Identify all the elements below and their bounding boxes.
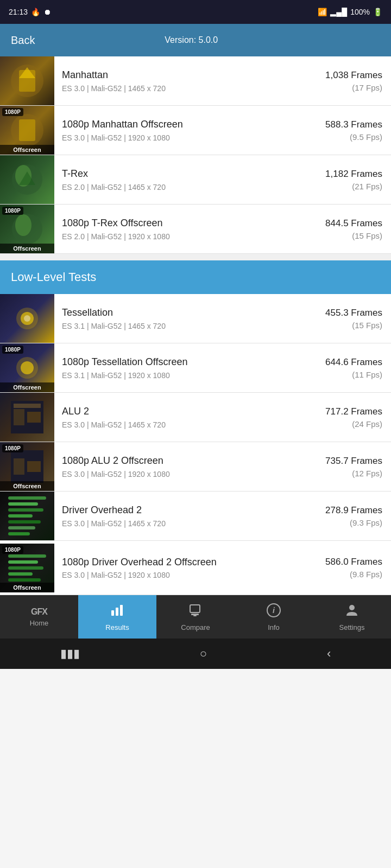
list-item[interactable]: 1080P Offscreen 1080p Manhattan Offscree… — [0, 106, 391, 155]
badge-1080p: 1080P — [2, 444, 23, 452]
bench-score: 735.7 Frames (12 Fps) — [304, 450, 391, 483]
low-level-list: Tessellation ES 3.1 | Mali-G52 | 1465 x … — [0, 294, 391, 595]
status-left: 21:13 🔥 ⏺ — [9, 8, 51, 16]
bench-info: 1080p Tessellation Offscreen ES 3.1 | Ma… — [54, 350, 304, 385]
bench-name: Driver Overhead 2 — [62, 504, 297, 516]
back-nav-button[interactable]: ‹ — [327, 647, 331, 661]
bench-name: 1080p Driver Overhead 2 Offscreen — [62, 556, 297, 569]
driver-bars-graphic — [3, 549, 52, 587]
list-item[interactable]: 1080P Offscreen 1080p T-Rex Offscreen ES… — [0, 205, 391, 254]
offscreen-badge: Offscreen — [0, 244, 54, 253]
nav-home[interactable]: GFX Home — [0, 595, 78, 639]
bench-score: 455.3 Frames (15 Fps) — [304, 302, 391, 335]
home-button[interactable]: ○ — [200, 647, 207, 661]
nav-settings[interactable]: Settings — [313, 595, 391, 639]
bench-sub: ES 3.0 | Mali-G52 | 1465 x 720 — [62, 420, 297, 429]
results-icon — [110, 603, 125, 621]
list-item[interactable]: 1080P Offscreen 1080p Driver Overhead 2 … — [0, 541, 391, 595]
nav-compare[interactable]: Compare — [156, 595, 235, 639]
bench-frames: 1,182 Frames — [313, 169, 382, 180]
bench-score: 588.3 Frames (9.5 Fps) — [304, 114, 391, 147]
bench-frames: 735.7 Frames — [313, 456, 382, 467]
bench-fps: (9.5 Fps) — [313, 132, 382, 142]
bench-thumbnail — [0, 155, 54, 204]
bench-fps: (12 Fps) — [313, 469, 382, 478]
bench-name: Manhattan — [62, 69, 297, 81]
bench-sub: ES 2.0 | Mali-G52 | 1920 x 1080 — [62, 232, 297, 241]
bench-sub: ES 3.1 | Mali-G52 | 1920 x 1080 — [62, 371, 297, 380]
list-item[interactable]: Tessellation ES 3.1 | Mali-G52 | 1465 x … — [0, 294, 391, 343]
bench-thumbnail: 1080P Offscreen — [0, 205, 54, 253]
svg-text:i: i — [273, 606, 275, 615]
bench-score: 717.2 Frames (24 Fps) — [304, 401, 391, 434]
svg-rect-27 — [193, 615, 197, 616]
bench-score: 644.6 Frames (11 Fps) — [304, 352, 391, 385]
driver-bars-graphic — [3, 492, 52, 540]
fire-icon: 🔥 — [31, 8, 40, 16]
offscreen-badge: Offscreen — [0, 583, 54, 592]
bench-score: 278.9 Frames (9.3 Fps) — [304, 500, 391, 533]
bench-sub: ES 3.0 | Mali-G52 | 1920 x 1080 — [62, 571, 297, 579]
nav-info-label: Info — [268, 623, 280, 631]
bench-info: Driver Overhead 2 ES 3.0 | Mali-G52 | 14… — [54, 499, 304, 533]
list-item[interactable]: T-Rex ES 2.0 | Mali-G52 | 1465 x 720 1,1… — [0, 155, 391, 205]
bench-info: Tessellation ES 3.1 | Mali-G52 | 1465 x … — [54, 301, 304, 335]
recent-apps-button[interactable]: ▮▮▮ — [60, 647, 80, 661]
bench-score: 586.0 Frames (9.8 Fps) — [304, 551, 391, 584]
gfx-logo: GFX — [31, 607, 47, 617]
bench-frames: 455.3 Frames — [313, 308, 382, 318]
bench-score: 844.5 Frames (15 Fps) — [304, 213, 391, 246]
time: 21:13 — [9, 8, 28, 16]
bench-info: 1080p Driver Overhead 2 Offscreen ES 3.0… — [54, 551, 304, 585]
nav-info[interactable]: i Info — [235, 595, 313, 639]
section-spacer — [0, 254, 391, 260]
status-right: 📶 ▂▄█ 100% 🔋 — [318, 8, 382, 16]
bench-sub: ES 3.0 | Mali-G52 | 1465 x 720 — [62, 519, 297, 528]
settings-person-icon — [344, 603, 360, 621]
nav-settings-label: Settings — [339, 623, 365, 631]
system-nav: ▮▮▮ ○ ‹ — [0, 639, 391, 669]
bench-sub: ES 3.1 | Mali-G52 | 1465 x 720 — [62, 322, 297, 330]
bench-frames: 644.6 Frames — [313, 357, 382, 368]
list-item[interactable]: Manhattan ES 3.0 | Mali-G52 | 1465 x 720… — [0, 56, 391, 106]
list-item[interactable]: 1080P Offscreen 1080p Tessellation Offsc… — [0, 343, 391, 393]
bench-thumbnail: 1080P Offscreen — [0, 106, 54, 155]
bench-fps: (21 Fps) — [313, 182, 382, 191]
bench-info: 1080p Manhattan Offscreen ES 3.0 | Mali-… — [54, 113, 304, 147]
back-button[interactable]: Back — [11, 34, 35, 47]
svg-point-14 — [21, 361, 34, 374]
bench-fps: (17 Fps) — [313, 83, 382, 92]
svg-rect-25 — [190, 605, 200, 612]
bench-fps: (24 Fps) — [313, 419, 382, 429]
list-item[interactable]: ALU 2 ES 3.0 | Mali-G52 | 1465 x 720 717… — [0, 393, 391, 442]
svg-point-30 — [349, 605, 355, 610]
bench-info: ALU 2 ES 3.0 | Mali-G52 | 1465 x 720 — [54, 400, 304, 434]
svg-point-12 — [24, 315, 30, 322]
list-item[interactable]: 1080P Offscreen 1080p ALU 2 Offscreen ES… — [0, 442, 391, 492]
badge-1080p: 1080P — [2, 207, 23, 215]
battery-icon: 🔋 — [373, 8, 382, 16]
bench-name: 1080p Tessellation Offscreen — [62, 356, 297, 368]
svg-rect-17 — [27, 412, 41, 423]
info-icon: i — [266, 603, 281, 621]
bottom-nav: GFX Home Results Compare i — [0, 595, 391, 639]
bench-thumbnail — [0, 56, 54, 105]
svg-rect-18 — [14, 404, 41, 408]
bench-frames: 278.9 Frames — [313, 505, 382, 516]
bench-name: ALU 2 — [62, 405, 297, 418]
list-item[interactable]: Driver Overhead 2 ES 3.0 | Mali-G52 | 14… — [0, 492, 391, 541]
version-label: Version: 5.0.0 — [165, 35, 218, 45]
bench-fps: (15 Fps) — [313, 231, 382, 240]
bench-name: 1080p T-Rex Offscreen — [62, 217, 297, 229]
nav-home-label: Home — [30, 619, 49, 627]
bench-fps: (9.8 Fps) — [313, 570, 382, 579]
bench-frames: 844.5 Frames — [313, 218, 382, 229]
nav-compare-label: Compare — [181, 623, 210, 631]
bench-fps: (11 Fps) — [313, 370, 382, 379]
bench-score: 1,038 Frames (17 Fps) — [304, 65, 391, 98]
nav-results[interactable]: Results — [78, 595, 156, 639]
bench-score: 1,182 Frames (21 Fps) — [304, 163, 391, 196]
bench-frames: 717.2 Frames — [313, 406, 382, 417]
bench-thumbnail: 1080P Offscreen — [0, 343, 54, 392]
svg-rect-23 — [116, 608, 118, 616]
